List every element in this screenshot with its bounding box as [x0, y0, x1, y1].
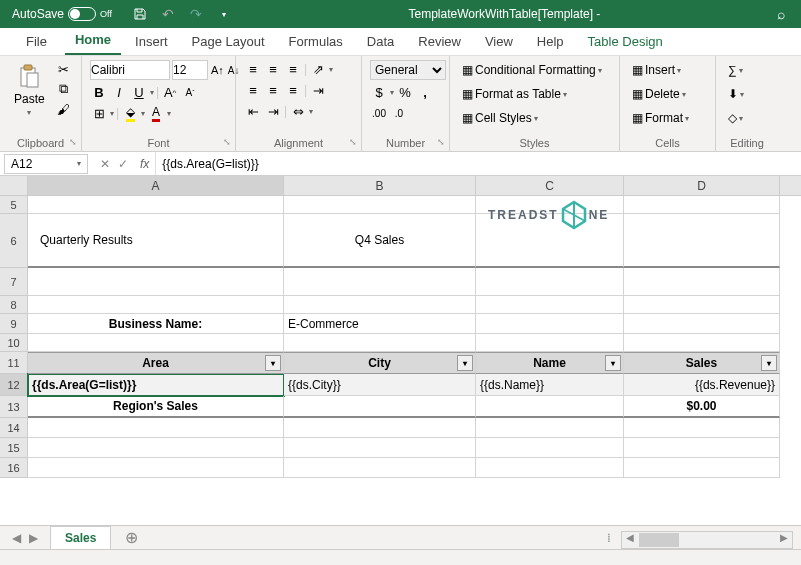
bold-button[interactable]: B [90, 83, 108, 101]
cell-name-template[interactable]: {{ds.Name}} [476, 374, 624, 396]
tab-view[interactable]: View [475, 28, 523, 55]
increase-font-alt-icon[interactable]: A^ [161, 83, 179, 101]
row-header[interactable]: 16 [0, 458, 28, 478]
cell-title[interactable]: Quarterly Results [28, 214, 284, 268]
tab-data[interactable]: Data [357, 28, 404, 55]
sheet-prev-icon[interactable]: ◀ [12, 531, 21, 545]
copy-icon[interactable]: ⧉ [55, 80, 73, 98]
borders-icon[interactable]: ⊞ [90, 104, 108, 122]
accept-formula-icon[interactable]: ✓ [118, 157, 128, 171]
cell-area-template[interactable]: {{ds.Area(G=list)}} [28, 374, 284, 396]
filter-icon[interactable]: ▾ [605, 355, 621, 371]
cell[interactable] [476, 438, 624, 458]
tab-home[interactable]: Home [65, 26, 121, 55]
add-sheet-button[interactable]: ⊕ [111, 528, 152, 547]
align-top-icon[interactable]: ≡ [244, 60, 262, 78]
cell[interactable] [284, 334, 476, 352]
cell-sales-template[interactable]: {{ds.Revenue}} [624, 374, 780, 396]
scroll-right-icon[interactable]: ▶ [776, 532, 792, 548]
decrease-indent-icon[interactable]: ⇤ [244, 102, 262, 120]
autosum-button[interactable]: ∑ ▾ [724, 60, 747, 80]
cell[interactable] [624, 314, 780, 334]
search-icon[interactable]: ⌕ [777, 6, 785, 22]
chevron-down-icon[interactable]: ▾ [150, 88, 154, 97]
cell[interactable] [28, 334, 284, 352]
clear-button[interactable]: ◇ ▾ [724, 108, 747, 128]
font-name-select[interactable] [90, 60, 170, 80]
sheet-next-icon[interactable]: ▶ [29, 531, 38, 545]
cell[interactable] [476, 396, 624, 418]
select-all-corner[interactable] [0, 176, 28, 195]
cell[interactable] [28, 458, 284, 478]
cell-subtitle[interactable]: Q4 Sales [284, 214, 476, 268]
tab-file[interactable]: File [12, 28, 61, 55]
fill-color-icon[interactable]: ⬙ [121, 104, 139, 122]
autosave-toggle[interactable]: AutoSave Off [4, 7, 120, 21]
dialog-launcher-icon[interactable]: ⤡ [437, 137, 445, 147]
align-center-icon[interactable]: ≡ [264, 81, 282, 99]
undo-icon[interactable]: ↶ [160, 6, 176, 22]
col-header-d[interactable]: D [624, 176, 780, 195]
dialog-launcher-icon[interactable]: ⤡ [349, 137, 357, 147]
horizontal-scrollbar[interactable]: ◀ ▶ [621, 531, 793, 549]
cell[interactable] [624, 214, 780, 268]
underline-button[interactable]: U [130, 83, 148, 101]
font-color-icon[interactable]: A [147, 104, 165, 122]
cell[interactable] [624, 334, 780, 352]
cell[interactable] [28, 438, 284, 458]
table-header-city[interactable]: City▾ [284, 352, 476, 374]
tab-formulas[interactable]: Formulas [279, 28, 353, 55]
number-format-select[interactable]: General [370, 60, 446, 80]
cell[interactable] [284, 396, 476, 418]
table-header-name[interactable]: Name▾ [476, 352, 624, 374]
scroll-left-icon[interactable]: ◀ [622, 532, 638, 548]
cell-styles-button[interactable]: ▦ Cell Styles ▾ [458, 108, 542, 128]
redo-icon[interactable]: ↷ [188, 6, 204, 22]
col-header-c[interactable]: C [476, 176, 624, 195]
font-size-select[interactable] [172, 60, 208, 80]
cancel-formula-icon[interactable]: ✕ [100, 157, 110, 171]
decrease-decimal-icon[interactable]: .0 [390, 104, 408, 122]
format-as-table-button[interactable]: ▦ Format as Table ▾ [458, 84, 571, 104]
fill-button[interactable]: ⬇ ▾ [724, 84, 748, 104]
col-header-a[interactable]: A [28, 176, 284, 195]
tab-help[interactable]: Help [527, 28, 574, 55]
row-header[interactable]: 13 [0, 396, 28, 418]
cell[interactable] [476, 334, 624, 352]
format-cells-button[interactable]: ▦ Format ▾ [628, 108, 693, 128]
insert-cells-button[interactable]: ▦ Insert ▾ [628, 60, 685, 80]
tab-table-design[interactable]: Table Design [578, 28, 673, 55]
merge-center-icon[interactable]: ⇔ [289, 102, 307, 120]
row-header[interactable]: 11 [0, 352, 28, 374]
row-header[interactable]: 12 [0, 374, 28, 396]
row-header[interactable]: 15 [0, 438, 28, 458]
decrease-font-alt-icon[interactable]: Aˇ [181, 83, 199, 101]
toggle-switch[interactable] [68, 7, 96, 21]
filter-icon[interactable]: ▾ [265, 355, 281, 371]
orientation-icon[interactable]: ⇗ [309, 60, 327, 78]
align-middle-icon[interactable]: ≡ [264, 60, 282, 78]
tab-page-layout[interactable]: Page Layout [182, 28, 275, 55]
name-box[interactable]: A12▾ [4, 154, 88, 174]
format-painter-icon[interactable]: 🖌 [55, 100, 73, 118]
save-icon[interactable] [132, 6, 148, 22]
accounting-format-icon[interactable]: $ [370, 83, 388, 101]
cell[interactable] [624, 458, 780, 478]
cell-business-name-value[interactable]: E-Commerce [284, 314, 476, 334]
sheet-tab-sales[interactable]: Sales [50, 526, 111, 549]
percent-format-icon[interactable]: % [396, 83, 414, 101]
align-left-icon[interactable]: ≡ [244, 81, 262, 99]
cell[interactable] [284, 438, 476, 458]
scroll-thumb[interactable] [639, 533, 679, 547]
row-header[interactable]: 14 [0, 418, 28, 438]
row-header[interactable]: 8 [0, 296, 28, 314]
cell[interactable] [284, 458, 476, 478]
cut-icon[interactable]: ✂ [55, 60, 73, 78]
cell[interactable] [284, 296, 476, 314]
cell[interactable] [624, 418, 780, 438]
cell-business-name-label[interactable]: Business Name: [28, 314, 284, 334]
filter-icon[interactable]: ▾ [761, 355, 777, 371]
formula-input[interactable]: {{ds.Area(G=list)}} [155, 152, 801, 175]
row-header[interactable]: 5 [0, 196, 28, 214]
align-right-icon[interactable]: ≡ [284, 81, 302, 99]
